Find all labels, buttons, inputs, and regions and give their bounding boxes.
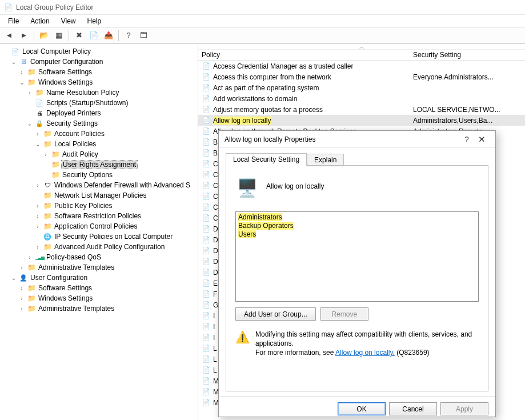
tab-explain[interactable]: Explain <box>307 154 344 166</box>
tree-application-control-policies[interactable]: ›Application Control Policies <box>34 221 198 231</box>
policy-item-icon <box>202 203 211 212</box>
tree-local-policies[interactable]: ⌄Local Policies <box>34 139 198 149</box>
list-header[interactable]: Policy Security Setting <box>198 50 525 61</box>
tree-security-settings[interactable]: ⌄Security Settings <box>26 118 198 129</box>
cancel-button[interactable]: Cancel <box>389 402 437 415</box>
tree-windows-defender-firewall[interactable]: ›Windows Defender Firewall with Advanced… <box>34 180 198 190</box>
tab-local-security-setting[interactable]: Local Security Setting <box>226 153 307 166</box>
tree-scripts[interactable]: ·Scripts (Startup/Shutdown) <box>26 98 198 108</box>
menu-file[interactable]: File <box>2 16 25 26</box>
policy-name-text: C <box>213 193 218 201</box>
forward-icon[interactable]: ► <box>17 29 31 42</box>
dialog-help-icon[interactable]: ? <box>460 135 474 144</box>
col-header-setting[interactable]: Security Setting <box>410 51 525 59</box>
add-user-or-group-button[interactable]: Add User or Group... <box>235 307 316 321</box>
tree-cc-software-settings[interactable]: ›Software Settings <box>18 67 198 77</box>
back-icon[interactable]: ◄ <box>2 29 16 42</box>
policy-name-text: Allow log on locally <box>213 117 271 125</box>
tree-software-restriction-policies[interactable]: ›Software Restriction Policies <box>34 211 198 221</box>
policy-name-text: L <box>213 366 217 374</box>
members-listbox[interactable]: AdministratorsBackup OperatorsUsers <box>235 211 479 302</box>
policy-item-icon <box>202 159 211 169</box>
menu-view[interactable]: View <box>55 16 82 26</box>
policy-name-text: I <box>213 334 215 342</box>
policy-item-icon <box>202 235 211 245</box>
show-hide-icon[interactable]: ▦ <box>52 29 66 42</box>
col-header-policy[interactable]: Policy <box>198 51 410 59</box>
policy-item-icon <box>202 149 211 158</box>
member-item[interactable]: Administrators <box>238 213 282 221</box>
policy-name-text: D <box>213 236 218 244</box>
policy-row[interactable]: Access this computer from the networkEve… <box>198 71 525 82</box>
policy-row[interactable]: Act as part of the operating system <box>198 82 525 93</box>
policy-name-text: D <box>213 225 218 233</box>
dialog-title-bar[interactable]: Allow log on locally Properties ? ✕ <box>219 131 495 148</box>
policy-item-icon <box>202 311 211 321</box>
policy-item-icon <box>202 83 211 93</box>
policy-row[interactable]: Add workstations to domain <box>198 93 525 104</box>
policy-name-text: B <box>213 149 218 157</box>
policy-item-icon <box>202 398 211 407</box>
export-icon[interactable]: 📤 <box>102 29 115 42</box>
policy-item-icon <box>202 116 211 125</box>
tree-pane[interactable]: ▾ Local Computer Policy ⌄ Computer Confi… <box>0 44 198 420</box>
member-item[interactable]: Users <box>238 230 256 238</box>
tree-account-policies[interactable]: ›Account Policies <box>34 129 198 139</box>
tree-user-configuration[interactable]: ⌄User Configuration <box>10 273 198 283</box>
menu-help[interactable]: Help <box>82 16 107 26</box>
tree-name-resolution-policy[interactable]: ›Name Resolution Policy <box>26 87 198 98</box>
tree-user-rights-assignment[interactable]: ·User Rights Assignment <box>42 159 198 170</box>
tree-cc-windows-settings[interactable]: ⌄Windows Settings <box>18 77 198 87</box>
policy-item-icon <box>202 377 211 386</box>
tree-cc-admin-templates[interactable]: ›Administrative Templates <box>18 262 198 273</box>
policy-item-icon <box>202 170 211 179</box>
policy-icon: 🖥️ <box>235 175 258 198</box>
policy-row[interactable]: Access Credential Manager as a trusted c… <box>198 61 525 71</box>
tree-computer-configuration[interactable]: ⌄ Computer Configuration <box>10 57 198 67</box>
tree-deployed-printers[interactable]: ·Deployed Printers <box>26 108 198 118</box>
tree-audit-policy[interactable]: ›Audit Policy <box>42 149 198 159</box>
dialog-title: Allow log on locally Properties <box>225 135 460 143</box>
policy-row[interactable]: Allow log on locallyAdministrators,Users… <box>198 115 525 126</box>
remove-button[interactable]: Remove <box>320 307 368 321</box>
properties-dialog: Allow log on locally Properties ? ✕ Loca… <box>218 130 496 417</box>
tree-network-list-manager-policies[interactable]: ·Network List Manager Policies <box>34 190 198 201</box>
ok-button[interactable]: OK <box>338 402 386 415</box>
tree-policy-based-qos[interactable]: ›Policy-based QoS <box>26 252 198 262</box>
policy-setting-text: Administrators,Users,Ba... <box>410 117 525 125</box>
help-icon[interactable]: ? <box>122 29 135 42</box>
policy-name: Allow log on locally <box>266 182 324 190</box>
warning-text: Modifying this setting may affect compat… <box>255 330 479 358</box>
policy-item-icon <box>202 333 211 342</box>
warning-icon: ⚠️ <box>235 330 250 358</box>
policy-name-text: Adjust memory quotas for a process <box>213 106 323 114</box>
tree-uc-software-settings[interactable]: ›Software Settings <box>18 283 198 293</box>
tree-uc-windows-settings[interactable]: ›Windows Settings <box>18 293 198 303</box>
tree-root[interactable]: ▾ Local Computer Policy <box>2 46 198 57</box>
policy-item-icon <box>202 290 211 299</box>
dialog-close-icon[interactable]: ✕ <box>474 134 490 145</box>
up-icon[interactable]: 📂 <box>37 29 51 42</box>
policy-name-text: Access this computer from the network <box>213 73 331 81</box>
delete-icon[interactable]: ✖ <box>72 29 86 42</box>
filter-icon[interactable]: 🗔 <box>137 29 150 42</box>
policy-item-icon <box>202 138 211 147</box>
policy-row[interactable]: Adjust memory quotas for a processLOCAL … <box>198 104 525 115</box>
policy-item-icon <box>202 225 211 234</box>
warning-link[interactable]: Allow log on locally. <box>335 349 395 357</box>
policy-item-icon <box>202 214 211 223</box>
collapse-grip-icon[interactable]: ︿ <box>198 44 525 50</box>
policy-name-text: D <box>213 269 218 277</box>
menu-bar: File Action View Help <box>0 15 525 27</box>
tree-public-key-policies[interactable]: ›Public Key Policies <box>34 201 198 211</box>
properties-icon[interactable]: 📄 <box>87 29 101 42</box>
policy-item-icon <box>202 355 211 364</box>
toolbar: ◄►📂▦✖📄📤?🗔 <box>0 27 525 43</box>
menu-action[interactable]: Action <box>25 16 55 26</box>
member-item[interactable]: Backup Operators <box>238 222 294 230</box>
apply-button[interactable]: Apply <box>440 402 488 415</box>
tree-uc-admin-templates[interactable]: ›Administrative Templates <box>18 303 198 314</box>
tree-security-options[interactable]: ·Security Options <box>42 170 198 180</box>
tree-ip-security-policies[interactable]: ·IP Security Policies on Local Computer <box>34 231 198 242</box>
tree-advanced-audit-policy[interactable]: ›Advanced Audit Policy Configuration <box>34 242 198 252</box>
